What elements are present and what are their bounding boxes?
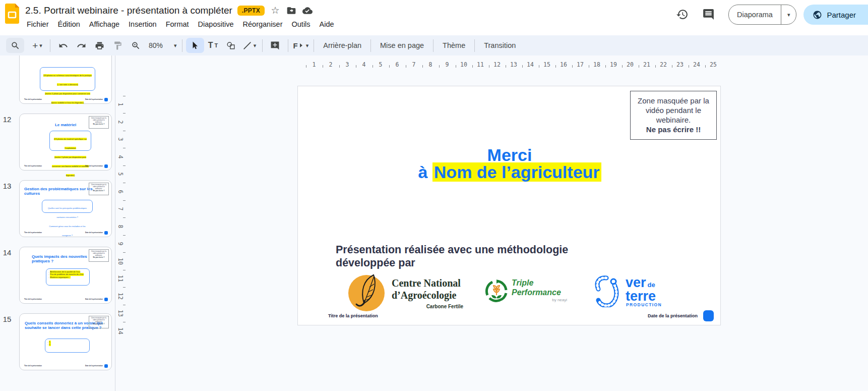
menu-edition[interactable]: Édition (53, 18, 85, 30)
diaporama-dropdown[interactable]: ▾ (781, 5, 796, 24)
mini-masked-zone: Zone masquée par la vidéo pendant le web… (89, 116, 109, 129)
slide-number[interactable]: 12 (0, 115, 14, 124)
slide-thumbnail-13[interactable]: Gestion des problématiques sur les cultu… (19, 180, 112, 237)
ruler-number: 11 (117, 273, 124, 284)
menu-fichier[interactable]: Fichier (22, 18, 53, 30)
background-button[interactable]: Arrière-plan (318, 38, 367, 53)
app-header: 2.5. Portrait webinaire - présentation à… (0, 0, 868, 35)
zoom-level-dropdown[interactable]: 80% ▾ (145, 38, 178, 53)
slide-title[interactable]: Merci à Nom de l’agriculteur (298, 146, 721, 181)
thumbnail-footer-right: Date de la présentation (85, 98, 103, 100)
print-button[interactable] (90, 38, 108, 53)
text-tool[interactable]: TT (204, 38, 222, 53)
menu-reorganiser[interactable]: Réorganiser (238, 18, 287, 30)
menus-search-button[interactable] (6, 38, 24, 53)
history-icon[interactable] (676, 8, 689, 21)
diaporama-button[interactable]: Diaporama ▾ (728, 5, 796, 25)
zoom-in-icon (131, 41, 141, 50)
paint-format-button[interactable] (108, 38, 127, 53)
triple-performance-text[interactable]: Triple Performance (512, 278, 572, 297)
transition-button[interactable]: Transition (478, 38, 521, 53)
menu-diapositive[interactable]: Diapositive (194, 18, 238, 30)
theme-button[interactable]: Thème (437, 38, 471, 53)
ruler-tick (572, 65, 573, 68)
font-button[interactable]: F ▾ (292, 38, 311, 53)
menubar: Fichier Édition Affichage Insertion Form… (22, 18, 339, 30)
ruler-tick (123, 270, 126, 270)
ruler-tick (522, 65, 523, 68)
layout-button[interactable]: Mise en page (375, 38, 429, 53)
ver-de-terre-text[interactable]: verde terre (626, 276, 656, 303)
slide-thumbnail-partial[interactable]: 2/3 photos ou schémas caractéristiques d… (19, 55, 112, 104)
shapes-icon (226, 41, 236, 50)
slide-thumbnail-14[interactable]: Quels impacts des nouvelles pratiques ? … (19, 247, 112, 304)
ruler-number: 15 (541, 61, 552, 68)
document-title[interactable]: 2.5. Portrait webinaire - présentation à… (25, 5, 232, 16)
thumbnail-text: Quelles sont les principales problématiq… (48, 207, 87, 237)
ruler-number: 17 (575, 61, 586, 68)
ruler-number: 21 (641, 61, 652, 68)
cursor-icon (190, 41, 200, 50)
ruler-number: 3 (117, 134, 124, 144)
slide-number[interactable]: 13 (0, 182, 14, 190)
shape-tool[interactable] (222, 38, 240, 53)
thumbnail-footer-left: Titre de la présentation (24, 98, 42, 100)
menu-aide[interactable]: Aide (315, 18, 339, 30)
ruler-number: 2 (325, 61, 336, 68)
move-folder-icon[interactable] (286, 5, 297, 16)
ruler-tick (123, 96, 126, 96)
masked-zone-bold-text: Ne pas écrire !! (631, 125, 716, 134)
menu-format[interactable]: Format (161, 18, 194, 30)
ruler-tick (123, 131, 126, 131)
ruler-tick (555, 65, 556, 68)
slides-logo-icon[interactable] (5, 4, 19, 24)
menu-affichage[interactable]: Affichage (85, 18, 124, 30)
menu-insertion[interactable]: Insertion (124, 18, 161, 30)
slide-canvas[interactable]: Zone masquée par la vidéo pendant le web… (297, 86, 721, 325)
slide-thumbnail-12[interactable]: Le matériel Zone masquée par la vidéo pe… (19, 114, 112, 171)
masked-zone-box[interactable]: Zone masquée par la vidéo pendant le web… (630, 91, 717, 140)
thumbnail-footer-right: Date de la présentation (85, 365, 103, 367)
line-tool[interactable]: ▾ (240, 38, 259, 53)
new-slide-button[interactable]: +▾ (28, 38, 46, 53)
cna-logo[interactable] (347, 272, 388, 312)
google-slides-app: 2.5. Portrait webinaire - présentation à… (0, 0, 868, 391)
thumbnail-date-shape (104, 298, 108, 301)
slide-number[interactable]: 14 (0, 248, 14, 257)
ruler-tick (472, 65, 473, 68)
toolbar-divider (50, 39, 50, 52)
slide-footer-shape[interactable] (703, 310, 714, 321)
slide-footer-title[interactable]: Titre de la présentation (328, 313, 378, 318)
triple-performance-logo[interactable] (484, 279, 509, 303)
menu-outils[interactable]: Outils (287, 18, 315, 30)
ruler-tick (123, 235, 126, 236)
undo-button[interactable] (54, 38, 72, 53)
slide-footer-date[interactable]: Date de la présentation (648, 313, 698, 318)
ruler-tick (689, 65, 689, 68)
highlighted-name: Nom de l’agriculteur (432, 162, 601, 182)
redo-button[interactable] (72, 38, 90, 53)
insert-comment-button[interactable] (266, 38, 284, 53)
vertical-ruler: 1234567891011121314 (115, 55, 127, 391)
cloud-status-icon[interactable] (302, 5, 313, 16)
ruler-number: 14 (525, 61, 536, 68)
ruler-number: 14 (117, 326, 124, 336)
ver-de-terre-logo[interactable] (591, 274, 623, 307)
masked-zone-text: Zone masquée par la vidéo pendant le web… (638, 96, 709, 124)
partager-button[interactable]: Partager (803, 5, 868, 25)
slide-number[interactable]: 15 (0, 315, 14, 323)
cna-logo-text[interactable]: Centre National d’Agroécologie (392, 277, 465, 301)
ruler-number: 25 (708, 61, 719, 68)
ruler-number: 5 (375, 61, 386, 68)
pptx-badge: .PPTX (237, 6, 265, 16)
ruler-tick (539, 65, 539, 68)
star-icon[interactable]: ☆ (270, 5, 281, 16)
zoom-in-button[interactable] (127, 38, 145, 53)
ruler-tick (123, 322, 126, 322)
slide-thumbnail-15[interactable]: Quels conseils donneriez à un voisin qui… (19, 313, 112, 370)
ruler-number: 22 (658, 61, 669, 68)
select-tool[interactable] (186, 38, 204, 53)
methodology-text[interactable]: Présentation réalisée avec une méthodolo… (336, 243, 608, 269)
ruler-number: 4 (358, 61, 369, 68)
comments-icon[interactable] (702, 8, 715, 21)
